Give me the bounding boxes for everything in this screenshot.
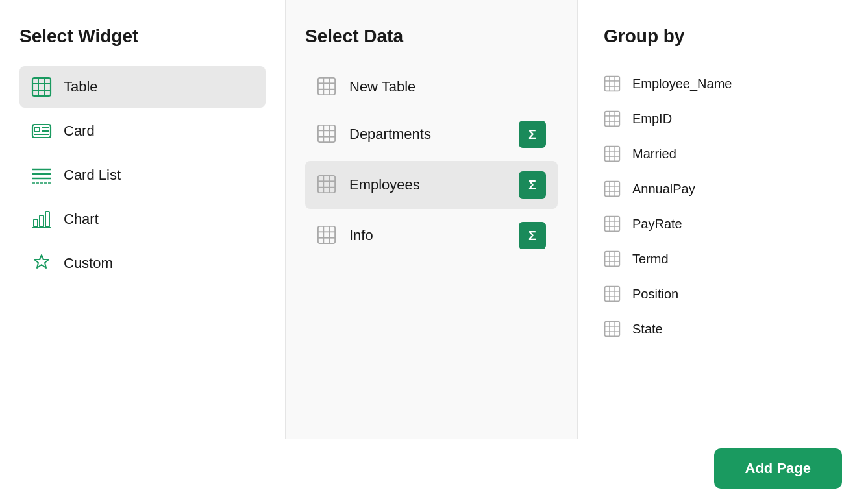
data-item-departments[interactable]: Departments Σ — [305, 110, 558, 158]
svg-rect-48 — [605, 147, 620, 162]
info-icon — [317, 225, 338, 246]
departments-icon — [317, 124, 338, 145]
groupby-icon-position — [604, 285, 621, 302]
footer: Add Page — [0, 439, 868, 497]
groupby-item-label-termd: Termd — [632, 252, 669, 267]
groupby-icon-married — [604, 145, 621, 162]
svg-rect-38 — [605, 77, 620, 91]
custom-icon — [31, 253, 52, 274]
data-column-title: Select Data — [305, 26, 558, 47]
svg-rect-43 — [605, 112, 620, 127]
groupby-item-label-married: Married — [632, 147, 676, 162]
data-item-label-info: Info — [349, 227, 373, 244]
widget-item-card[interactable]: Card — [19, 110, 266, 152]
groupby-item-label-position: Position — [632, 287, 678, 302]
widget-item-label-card: Card — [64, 123, 95, 139]
svg-rect-33 — [318, 226, 335, 243]
data-item-employees[interactable]: Employees Σ — [305, 161, 558, 209]
widget-item-table[interactable]: Table — [19, 66, 266, 108]
groupby-item-married[interactable]: Married — [604, 136, 842, 171]
groupby-item-emp-id[interactable]: EmpID — [604, 101, 842, 136]
groupby-item-label-state: State — [632, 322, 663, 337]
groupby-icon-pay-rate — [604, 215, 621, 232]
data-item-label-employees: Employees — [349, 176, 420, 193]
groupby-column-title: Group by — [604, 26, 842, 47]
widget-item-chart[interactable]: Chart — [19, 199, 266, 240]
svg-rect-58 — [605, 217, 620, 232]
svg-rect-28 — [318, 176, 335, 193]
data-item-new-table[interactable]: New Table — [305, 66, 558, 108]
groupby-column: Group by Employee_Name — [578, 0, 868, 439]
data-item-info[interactable]: Info Σ — [305, 212, 558, 260]
widget-item-label-custom: Custom — [64, 255, 113, 272]
widget-column: Select Widget Table — [0, 0, 286, 439]
widget-item-card-list[interactable]: Card List — [19, 154, 266, 196]
groupby-icon-annual-pay — [604, 180, 621, 197]
groupby-item-employee-name[interactable]: Employee_Name — [604, 66, 842, 101]
data-item-label-departments: Departments — [349, 126, 431, 143]
svg-rect-6 — [34, 127, 40, 132]
employees-icon — [317, 175, 338, 195]
svg-rect-18 — [318, 78, 335, 95]
groupby-icon-emp-id — [604, 110, 621, 127]
data-item-label-new-table: New Table — [349, 79, 415, 95]
groupby-item-label-employee-name: Employee_Name — [632, 77, 732, 91]
table-icon — [31, 77, 52, 97]
sigma-badge-info: Σ — [519, 222, 546, 249]
svg-rect-0 — [32, 78, 51, 96]
widget-item-label-card-list: Card List — [64, 167, 121, 184]
groupby-icon-employee-name — [604, 75, 621, 92]
groupby-item-position[interactable]: Position — [604, 276, 842, 311]
widget-item-custom[interactable]: Custom — [19, 243, 266, 284]
groupby-item-pay-rate[interactable]: PayRate — [604, 206, 842, 241]
groupby-icon-state — [604, 321, 621, 337]
groupby-item-label-pay-rate: PayRate — [632, 217, 682, 232]
svg-rect-23 — [318, 125, 335, 142]
chart-icon — [31, 209, 52, 230]
groupby-item-label-emp-id: EmpID — [632, 112, 672, 127]
widget-item-label-table: Table — [64, 79, 98, 95]
svg-rect-63 — [605, 252, 620, 267]
svg-rect-16 — [45, 212, 49, 227]
card-list-icon — [31, 165, 52, 186]
svg-rect-53 — [605, 182, 620, 197]
svg-rect-15 — [40, 215, 43, 227]
new-table-icon — [317, 77, 338, 97]
svg-rect-14 — [34, 219, 38, 227]
svg-rect-68 — [605, 287, 620, 302]
svg-rect-73 — [605, 322, 620, 337]
groupby-item-annual-pay[interactable]: AnnualPay — [604, 171, 842, 206]
groupby-item-state[interactable]: State — [604, 311, 842, 346]
add-page-button[interactable]: Add Page — [714, 448, 842, 489]
data-column: Select Data New Table — [286, 0, 578, 439]
widget-column-title: Select Widget — [19, 26, 266, 47]
widget-item-label-chart: Chart — [64, 211, 99, 228]
sigma-badge-employees: Σ — [519, 171, 546, 199]
card-icon — [31, 121, 52, 141]
groupby-item-label-annual-pay: AnnualPay — [632, 182, 695, 197]
groupby-icon-termd — [604, 250, 621, 267]
sigma-badge-departments: Σ — [519, 121, 546, 148]
groupby-item-termd[interactable]: Termd — [604, 241, 842, 276]
